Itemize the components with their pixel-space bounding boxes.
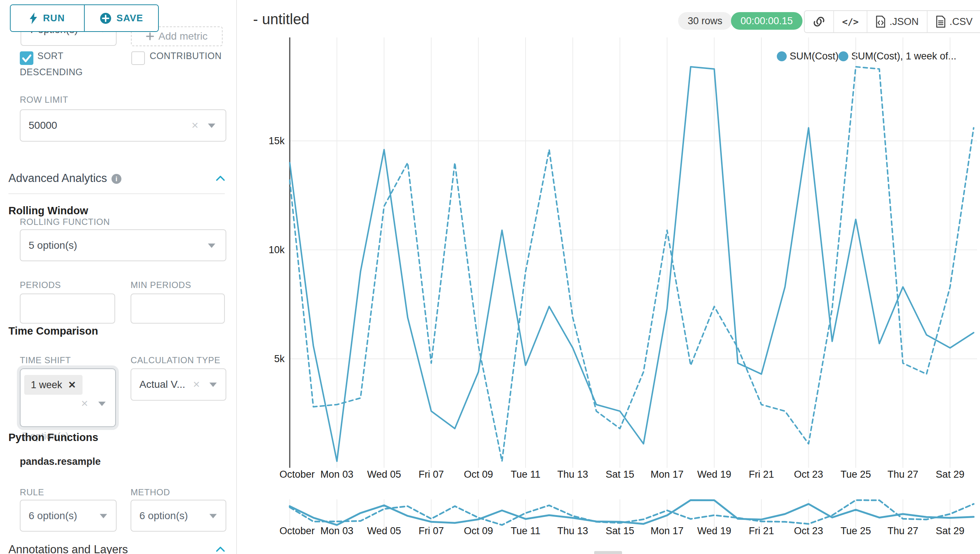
export-csv-button[interactable]: .CSV (928, 11, 980, 32)
chevron-down-icon[interactable] (100, 514, 107, 518)
export-json-button[interactable]: .JSON (867, 11, 928, 32)
mini-x-axis-tick-label: Wed 05 (367, 525, 401, 536)
calculation-type-label: CALCULATION TYPE (130, 355, 220, 365)
save-button[interactable]: SAVE (85, 5, 158, 31)
y-axis-tick-label: 10k (269, 244, 285, 255)
share-link-button[interactable] (805, 11, 834, 32)
rolling-function-select[interactable]: 5 option(s) (20, 229, 226, 261)
x-axis-tick-label: Oct 09 (464, 469, 493, 480)
mini-x-axis-tick-label: Oct 09 (464, 525, 493, 536)
method-select[interactable]: 6 option(s) (130, 500, 226, 532)
x-axis-tick-label: Thu 27 (888, 469, 918, 480)
panel-divider[interactable] (236, 0, 237, 554)
time-shift-tag-label: 1 week (31, 379, 62, 391)
run-button-label: RUN (43, 13, 65, 24)
section-divider (8, 193, 225, 194)
x-axis-tick-label: Tue 25 (841, 469, 871, 480)
mini-x-axis-tick-label: Thu 13 (557, 525, 588, 536)
row-limit-select[interactable]: 50000 × (20, 109, 226, 142)
min-periods-input[interactable] (130, 293, 225, 323)
resize-handle[interactable] (594, 551, 622, 554)
json-file-icon (875, 15, 886, 28)
rule-value: 6 option(s) (29, 510, 77, 522)
csv-label: .CSV (950, 16, 973, 27)
mini-x-axis-tick-label: Tue 25 (841, 525, 871, 536)
json-label: .JSON (889, 16, 919, 27)
x-axis-tick-label: Wed 19 (697, 469, 731, 480)
contribution-checkbox[interactable] (131, 51, 145, 65)
row-limit-value: 50000 (29, 119, 57, 131)
chart-title[interactable]: - untitled (253, 11, 309, 27)
rolling-function-label: ROLLING FUNCTION (20, 217, 110, 227)
x-axis-tick-label: Sat 29 (935, 469, 964, 480)
collapse-chevron-icon[interactable] (216, 175, 225, 181)
contribution-label: CONTRIBUTION (150, 48, 221, 64)
clear-icon[interactable]: × (193, 378, 200, 390)
annotations-title: Annotations and Layers (8, 543, 128, 554)
time-comparison-title: Time Comparison (8, 325, 98, 337)
sort-descending-label: SORT DESCENDING (20, 48, 84, 80)
chevron-down-icon[interactable] (98, 401, 106, 406)
chevron-down-icon[interactable] (208, 243, 215, 248)
rule-select[interactable]: 6 option(s) (20, 500, 117, 532)
plus-circle-icon (100, 13, 111, 24)
periods-input[interactable] (20, 293, 115, 323)
superset-explore-page: 7 option(s) Add metric RUN (0, 0, 980, 554)
rows-count-badge: 30 rows (678, 12, 732, 30)
time-shift-select[interactable]: 1 week ✕ × (20, 368, 116, 427)
link-icon (813, 15, 825, 28)
time-shift-label: TIME SHIFT (20, 355, 71, 365)
clear-icon[interactable]: × (191, 119, 199, 131)
calculation-type-select[interactable]: Actual V... × (130, 368, 226, 401)
mini-x-axis-tick-label: Mon 03 (321, 525, 353, 536)
chevron-down-icon[interactable] (209, 383, 217, 387)
chart-actions-toolbar: </> .JSON .CSV (804, 10, 980, 33)
mini-series-line-dashed[interactable] (290, 500, 974, 525)
mini-x-axis-tick-label: Sat 15 (606, 525, 634, 536)
y-axis-tick-label: 15k (269, 135, 285, 146)
chevron-down-icon[interactable] (209, 514, 217, 518)
x-axis-tick-label: Tue 11 (511, 469, 540, 480)
gridlines (290, 37, 977, 527)
lightning-bolt-icon (30, 13, 38, 24)
save-button-label: SAVE (117, 13, 143, 24)
time-shift-tag: 1 week ✕ (24, 375, 83, 395)
chevron-down-icon[interactable] (208, 124, 215, 128)
time-series-line-chart[interactable]: 15k10k5kOctoberOctoberMon 03Mon 03Wed 05… (239, 33, 980, 554)
rolling-function-value: 5 option(s) (29, 240, 77, 252)
rule-label: RULE (20, 487, 44, 498)
y-axis-tick-label: 5k (274, 353, 285, 364)
method-label: METHOD (130, 487, 170, 498)
mini-x-axis-tick-label: Mon 17 (651, 525, 684, 536)
collapse-chevron-icon[interactable] (216, 546, 225, 552)
remove-tag-icon[interactable]: ✕ (68, 379, 76, 391)
x-axis-tick-label: Oct 23 (794, 469, 823, 480)
x-axis-tick-label: Fri 21 (749, 469, 774, 480)
info-icon[interactable]: i (111, 174, 121, 184)
embed-code-button[interactable]: </> (834, 11, 867, 32)
clear-icon[interactable]: × (81, 397, 88, 409)
series-line-dashed[interactable] (290, 67, 974, 461)
advanced-analytics-header[interactable]: Advanced Analyticsi (8, 172, 121, 185)
query-timer-badge: 00:00:00.15 (731, 12, 802, 30)
mini-x-axis-tick-label: Wed 19 (697, 525, 731, 536)
python-functions-title: Python Functions (8, 431, 98, 444)
row-limit-label: ROW LIMIT (20, 95, 68, 105)
x-axis-tick-label: Sat 15 (606, 469, 634, 480)
x-axis-tick-label: Wed 05 (367, 469, 401, 480)
mini-x-axis-tick-label: Oct 23 (794, 525, 823, 536)
csv-file-icon (935, 15, 946, 28)
x-axis-tick-label: Mon 03 (321, 469, 353, 480)
x-axis-tick-label: Fri 07 (418, 469, 444, 480)
control-panel-sidebar: 7 option(s) Add metric RUN (0, 0, 236, 554)
run-button[interactable]: RUN (11, 5, 85, 31)
mini-x-axis-tick-label: October (280, 525, 315, 536)
add-metric-label: Add metric (158, 30, 208, 42)
plus-icon (146, 32, 154, 40)
advanced-analytics-title: Advanced Analytics (8, 172, 107, 185)
mini-x-axis-tick-label: Thu 27 (888, 525, 918, 536)
mini-x-axis-tick-label: Sat 29 (935, 525, 964, 536)
x-axis-tick-label: Thu 13 (557, 469, 588, 480)
run-save-button-group: RUN SAVE (10, 5, 159, 32)
mini-x-axis-tick-label: Fri 07 (418, 525, 444, 536)
